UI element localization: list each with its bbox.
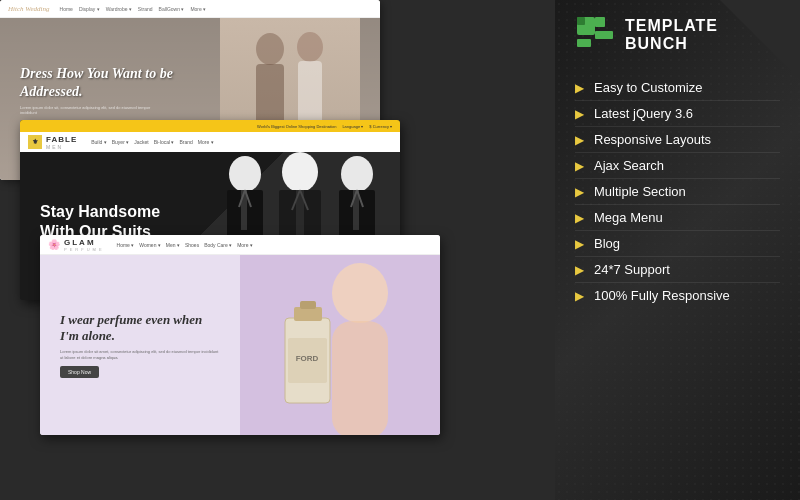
feature-arrow-2: ▶ <box>575 133 584 147</box>
perfume-logo-icon: 🌸 <box>48 239 60 250</box>
perfume-cta[interactable]: Shop Now <box>60 366 99 378</box>
suits-logo-text: FABLE MEN <box>46 135 77 150</box>
feature-label-8: 100% Fully Responsive <box>594 288 730 303</box>
feature-item-6: ▶ Blog <box>575 231 780 257</box>
left-panel: Hitch Wedding Home Display ▾ Wardrobe ▾ … <box>0 0 555 500</box>
svg-rect-30 <box>577 17 585 25</box>
brand-logo <box>575 15 615 55</box>
feature-label-0: Easy to Customize <box>594 80 702 95</box>
svg-point-19 <box>332 263 388 323</box>
svg-point-0 <box>256 33 284 65</box>
perfume-template: 🌸 GLAM PERFUME Home ▾ Women ▾ Men ▾ Shoe… <box>40 235 440 435</box>
feature-arrow-4: ▶ <box>575 185 584 199</box>
suits-logo: ⚜ FABLE MEN <box>28 135 77 150</box>
features-list: ▶ Easy to Customize ▶ Latest jQuery 3.6 … <box>575 75 780 308</box>
suits-nav: ⚜ FABLE MEN Build ▾ Buyer ▾ Jacket Bi-lo… <box>20 132 400 152</box>
suits-top-bar: World's Biggest Online Shopping Destinat… <box>20 120 400 132</box>
perfume-subtitle: Lorem ipsum dolor sit amet, consectetur … <box>60 349 220 360</box>
feature-item-1: ▶ Latest jQuery 3.6 <box>575 101 780 127</box>
feature-arrow-1: ▶ <box>575 107 584 121</box>
svg-point-2 <box>297 32 323 62</box>
feature-item-4: ▶ Multiple Section <box>575 179 780 205</box>
feature-item-5: ▶ Mega Menu <box>575 205 780 231</box>
brand-header: TEMPLATE BUNCH <box>575 15 780 55</box>
wedding-title: Dress How You Want to be Addressed. <box>20 65 180 101</box>
feature-label-5: Mega Menu <box>594 210 663 225</box>
suits-nav-links: Build ▾ Buyer ▾ Jacket Bi-local ▾ Brand … <box>91 139 213 145</box>
feature-label-2: Responsive Layouts <box>594 132 711 147</box>
suits-top-text: World's Biggest Online Shopping Destinat… <box>257 124 336 129</box>
feature-arrow-6: ▶ <box>575 237 584 251</box>
feature-item-3: ▶ Ajax Search <box>575 153 780 179</box>
feature-label-6: Blog <box>594 236 620 251</box>
feature-item-8: ▶ 100% Fully Responsive <box>575 283 780 308</box>
feature-item-0: ▶ Easy to Customize <box>575 75 780 101</box>
svg-point-4 <box>229 156 261 192</box>
feature-label-4: Multiple Section <box>594 184 686 199</box>
feature-item-7: ▶ 24*7 Support <box>575 257 780 283</box>
brand-logo-svg <box>575 15 615 55</box>
svg-rect-22 <box>294 307 322 321</box>
feature-arrow-5: ▶ <box>575 211 584 225</box>
right-panel: TEMPLATE BUNCH ▶ Easy to Customize ▶ Lat… <box>555 0 800 500</box>
feature-label-7: 24*7 Support <box>594 262 670 277</box>
perfume-svg: FORD <box>230 263 410 436</box>
wedding-nav: Hitch Wedding Home Display ▾ Wardrobe ▾ … <box>0 0 380 18</box>
feature-arrow-0: ▶ <box>575 81 584 95</box>
feature-arrow-3: ▶ <box>575 159 584 173</box>
perfume-hero: I wear perfume even when I'm alone. Lore… <box>40 255 440 435</box>
svg-point-9 <box>282 152 318 192</box>
wedding-nav-links: Home Display ▾ Wardrobe ▾ Strand BallGow… <box>60 6 207 12</box>
svg-rect-28 <box>595 31 613 39</box>
feature-label-3: Ajax Search <box>594 158 664 173</box>
perfume-bottle-area: FORD <box>230 265 410 435</box>
perfume-text: I wear perfume even when I'm alone. Lore… <box>40 312 220 379</box>
perfume-title: I wear perfume even when I'm alone. <box>60 312 220 346</box>
perfume-logo: 🌸 GLAM PERFUME <box>48 238 105 252</box>
svg-rect-27 <box>595 17 605 27</box>
wedding-subtitle: Lorem ipsum dolor sit, consectetur adipi… <box>20 105 160 115</box>
svg-rect-23 <box>300 301 316 309</box>
svg-rect-20 <box>332 321 388 436</box>
suits-logo-icon: ⚜ <box>28 135 42 149</box>
feature-arrow-8: ▶ <box>575 289 584 303</box>
perfume-nav-links: Home ▾ Women ▾ Men ▾ Shoes Body Care ▾ M… <box>117 242 253 248</box>
svg-rect-29 <box>577 39 591 47</box>
svg-rect-25 <box>288 338 327 383</box>
wedding-logo: Hitch Wedding <box>8 5 50 13</box>
perfume-nav: 🌸 GLAM PERFUME Home ▾ Women ▾ Men ▾ Shoe… <box>40 235 440 255</box>
svg-point-14 <box>341 156 373 192</box>
feature-label-1: Latest jQuery 3.6 <box>594 106 693 121</box>
feature-item-2: ▶ Responsive Layouts <box>575 127 780 153</box>
feature-arrow-7: ▶ <box>575 263 584 277</box>
brand-name: TEMPLATE BUNCH <box>625 17 780 53</box>
